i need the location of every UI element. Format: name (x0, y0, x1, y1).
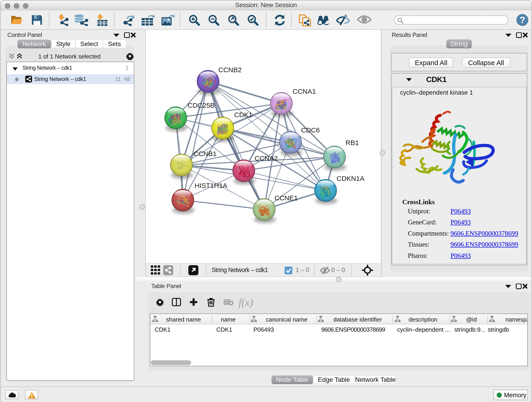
svg-text:canonical name: canonical name (266, 316, 307, 323)
svg-text:CCNA2: CCNA2 (254, 154, 278, 162)
svg-text:database identifier: database identifier (333, 316, 382, 323)
svg-text:CDKN1A: CDKN1A (336, 175, 365, 182)
svg-text:@id: @id (466, 316, 477, 323)
svg-text:CCNB2: CCNB2 (218, 66, 242, 74)
svg-text:?: ? (520, 15, 525, 25)
svg-text:CDC6: CDC6 (301, 126, 320, 134)
svg-text:name: name (221, 316, 235, 323)
svg-text:RB1: RB1 (346, 139, 359, 147)
svg-text:description: description (409, 316, 437, 323)
svg-text:CCNA1: CCNA1 (293, 88, 316, 95)
svg-text:HIST1H1A: HIST1H1A (195, 182, 227, 189)
svg-text:CDK1: CDK1 (234, 111, 253, 119)
svg-text:CDC25B: CDC25B (188, 102, 215, 109)
svg-text:namespac: namespac (505, 316, 527, 323)
svg-text:shared name: shared name (166, 316, 201, 323)
svg-text:CCNB1: CCNB1 (193, 150, 217, 157)
svg-text:CCNE1: CCNE1 (274, 194, 298, 202)
